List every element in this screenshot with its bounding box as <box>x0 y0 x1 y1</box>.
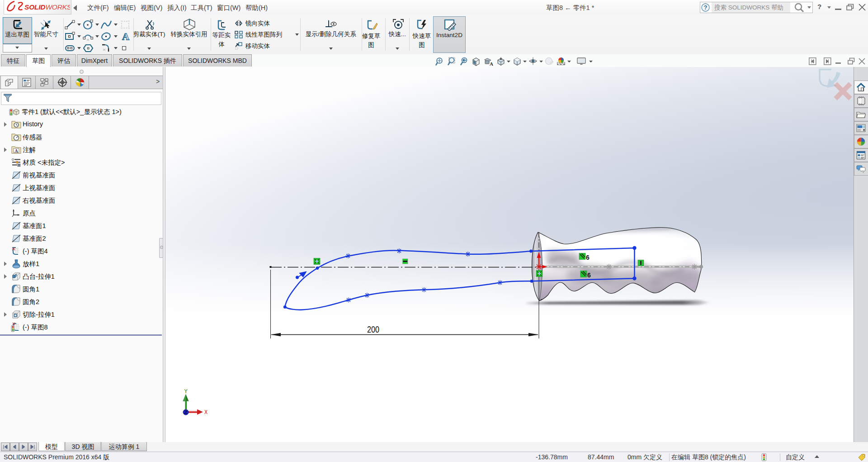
svg-text:?: ? <box>704 5 708 11</box>
svg-text:200: 200 <box>367 324 379 334</box>
svg-text:6: 6 <box>586 254 590 261</box>
svg-text:Y: Y <box>184 389 187 395</box>
svg-text:A: A <box>490 61 493 67</box>
svg-text:6: 6 <box>587 271 591 279</box>
svg-text:X: X <box>204 410 208 416</box>
svg-text:A: A <box>14 148 18 153</box>
svg-text:SOLIDWORKS: SOLIDWORKS <box>24 3 70 11</box>
svg-text:A: A <box>122 31 129 42</box>
